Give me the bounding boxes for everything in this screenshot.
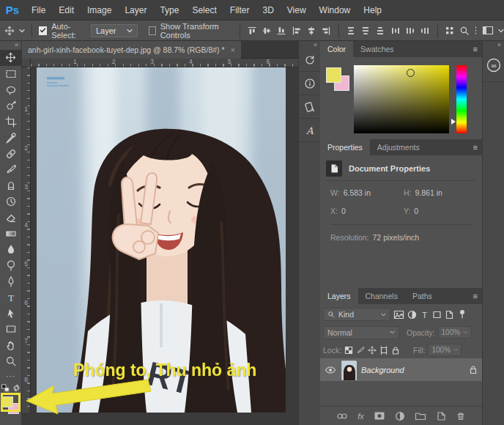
type-tool[interactable]: T	[0, 289, 22, 306]
toolbar-collapse-icon[interactable]: »	[15, 41, 21, 50]
visibility-eye-icon[interactable]	[325, 366, 336, 374]
opacity-value[interactable]: 100%	[438, 326, 472, 339]
tab-paths[interactable]: Paths	[405, 288, 440, 304]
delete-layer-icon[interactable]	[456, 411, 466, 421]
tab-color[interactable]: Color	[320, 41, 353, 57]
menu-item[interactable]: Help	[357, 5, 388, 15]
filter-pixel-layers-icon[interactable]	[393, 310, 404, 319]
filter-toggle-icon[interactable]	[459, 309, 466, 319]
tab-properties[interactable]: Properties	[320, 139, 370, 155]
distribute-top-edges-icon[interactable]	[345, 24, 355, 37]
align-horizontal-centers-icon[interactable]	[306, 24, 316, 37]
brush-tool[interactable]	[0, 162, 22, 178]
eyedropper-tool[interactable]	[0, 130, 22, 146]
lock-all-icon[interactable]	[391, 346, 400, 355]
new-adjustment-layer-icon[interactable]	[395, 411, 405, 421]
align-top-edges-icon[interactable]	[247, 24, 257, 37]
align-left-edges-icon[interactable]	[292, 24, 302, 37]
glyphs-panel-icon[interactable]: A	[299, 119, 321, 142]
show-transform-checkbox[interactable]	[149, 26, 156, 35]
creative-cloud-icon[interactable]: ∞	[483, 48, 504, 82]
hand-tool[interactable]	[0, 337, 22, 353]
distribute-vertical-centers-icon[interactable]	[360, 24, 371, 37]
edit-toolbar-icon[interactable]: ···	[6, 372, 15, 382]
panel-menu-icon[interactable]: ≡	[473, 288, 478, 304]
default-colors-icon[interactable]	[1, 384, 10, 392]
history-brush-tool[interactable]	[0, 193, 22, 210]
path-selection-tool[interactable]	[0, 306, 22, 322]
auto-select-target-dropdown[interactable]: Layer	[91, 24, 138, 37]
panel-menu-icon[interactable]: ≡	[473, 139, 478, 155]
align-bottom-edges-icon[interactable]	[276, 24, 286, 37]
workspace-chevron-icon[interactable]	[498, 29, 504, 33]
add-layer-mask-icon[interactable]	[374, 411, 385, 421]
search-icon[interactable]	[459, 24, 470, 37]
menu-item[interactable]: Window	[313, 5, 357, 15]
layer-row-background[interactable]: Background	[320, 358, 482, 381]
layer-thumbnail[interactable]	[341, 361, 356, 380]
distribute-left-edges-icon[interactable]	[390, 24, 401, 37]
hue-slider[interactable]	[456, 65, 467, 133]
info-panel-icon[interactable]	[299, 72, 321, 95]
filter-type-layers-icon[interactable]: T	[420, 310, 429, 319]
quick-selection-tool[interactable]	[0, 97, 22, 114]
menu-item[interactable]: Type	[153, 5, 185, 15]
align-vertical-centers-icon[interactable]	[262, 24, 272, 37]
3d-mode-icon[interactable]	[444, 24, 454, 37]
saturation-brightness-field[interactable]	[354, 65, 449, 133]
tab-layers[interactable]: Layers	[320, 288, 358, 304]
blend-mode-dropdown[interactable]: Normal	[323, 326, 399, 339]
tab-swatches[interactable]: Swatches	[353, 41, 401, 57]
color-picker-ring[interactable]	[407, 69, 415, 77]
zoom-tool[interactable]	[0, 353, 22, 369]
dock-collapse-icon[interactable]: «	[299, 41, 320, 48]
distribute-right-edges-icon[interactable]	[420, 24, 430, 37]
lasso-tool[interactable]	[0, 82, 22, 98]
layer-filter-kind-dropdown[interactable]: Kind	[323, 308, 390, 321]
layer-name[interactable]: Background	[361, 366, 464, 374]
gradient-tool[interactable]	[0, 226, 22, 242]
clone-stamp-tool[interactable]	[0, 177, 22, 193]
close-icon[interactable]: ×	[231, 45, 235, 54]
filter-adjustment-layers-icon[interactable]	[407, 310, 417, 319]
align-right-edges-icon[interactable]	[321, 24, 331, 37]
lock-position-icon[interactable]	[368, 346, 377, 355]
menu-item[interactable]: Select	[185, 5, 223, 15]
preset-chevron-icon[interactable]	[19, 29, 25, 33]
tab-channels[interactable]: Channels	[358, 288, 405, 304]
link-layers-icon[interactable]	[336, 411, 348, 421]
rectangular-marquee-tool[interactable]	[0, 66, 22, 82]
distribute-horizontal-centers-icon[interactable]	[405, 24, 415, 37]
panel-menu-icon[interactable]: ≡	[473, 41, 478, 57]
menu-item[interactable]: Edit	[52, 5, 81, 15]
document-tab[interactable]: anh-girl-xinh-facebook-tuyet-dep.jpg @ 8…	[22, 41, 241, 59]
rectangle-tool[interactable]	[0, 322, 22, 338]
tab-adjustments[interactable]: Adjustments	[370, 139, 427, 155]
swap-colors-icon[interactable]	[12, 384, 21, 392]
menu-item[interactable]: File	[25, 5, 52, 15]
spot-healing-brush-tool[interactable]	[0, 146, 22, 162]
eraser-tool[interactable]	[0, 210, 22, 226]
fill-value[interactable]: 100%	[428, 344, 462, 356]
move-tool-preset-icon[interactable]	[4, 24, 15, 37]
menu-item[interactable]: Layer	[118, 5, 153, 15]
history-panel-icon[interactable]	[299, 48, 321, 72]
canvas-viewport[interactable]: 123456 12345678	[22, 59, 298, 413]
dock-collapse-icon[interactable]: «	[483, 41, 504, 48]
filter-shape-layers-icon[interactable]	[432, 310, 442, 319]
crop-tool[interactable]	[0, 114, 22, 130]
menu-item[interactable]: 3D	[256, 5, 280, 15]
auto-select-checkbox[interactable]	[39, 26, 47, 35]
new-group-icon[interactable]	[415, 411, 426, 421]
filter-smart-objects-icon[interactable]	[445, 310, 454, 319]
lock-transparency-icon[interactable]	[344, 346, 353, 355]
menu-item[interactable]: Image	[81, 5, 118, 15]
lock-pixels-icon[interactable]	[356, 346, 365, 355]
distribute-bottom-edges-icon[interactable]	[375, 24, 385, 37]
menu-item[interactable]: Filter	[223, 5, 256, 15]
foreground-color-swatch[interactable]	[326, 67, 341, 83]
pen-tool[interactable]	[0, 273, 22, 289]
new-layer-icon[interactable]	[436, 411, 446, 421]
workspace-switcher-icon[interactable]	[482, 24, 494, 37]
layer-style-fx-icon[interactable]: fx	[357, 412, 364, 421]
